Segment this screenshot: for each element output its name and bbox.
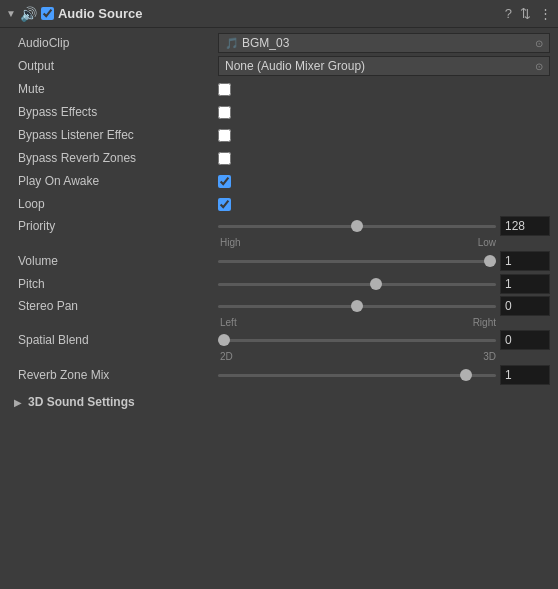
reverb-slider[interactable] <box>218 374 496 377</box>
pitch-input[interactable] <box>500 274 550 294</box>
stereo-pan-row: Stereo Pan Left Right <box>8 296 550 328</box>
priority-label: Priority <box>8 219 218 233</box>
music-icon: 🎵 <box>225 37 239 50</box>
volume-label: Volume <box>8 254 218 268</box>
stereo-pan-slider[interactable] <box>218 305 496 308</box>
audioclip-label: AudioClip <box>8 36 218 50</box>
volume-slider[interactable] <box>218 260 496 263</box>
pitch-row: Pitch <box>8 273 550 295</box>
stereo-right-label: Right <box>473 317 496 328</box>
pitch-label: Pitch <box>8 277 218 291</box>
spatial-3d-label: 3D <box>483 351 496 362</box>
pitch-slider[interactable] <box>218 283 496 286</box>
priority-row: Priority High Low <box>8 216 550 248</box>
priority-input[interactable] <box>500 216 550 236</box>
mute-value-area <box>218 83 550 96</box>
bypass-listener-row: Bypass Listener Effec <box>8 124 550 146</box>
component-enabled-checkbox[interactable] <box>41 7 54 20</box>
bypass-listener-label: Bypass Listener Effec <box>8 128 218 142</box>
volume-row: Volume <box>8 250 550 272</box>
priority-slider-area <box>218 216 550 236</box>
stereo-pan-input[interactable] <box>500 296 550 316</box>
loop-row: Loop <box>8 193 550 215</box>
bypass-listener-value-area <box>218 129 550 142</box>
reverb-input[interactable] <box>500 365 550 385</box>
header-icons: ? ⇅ ⋮ <box>505 6 552 21</box>
stereo-pan-slider-area <box>218 296 550 316</box>
spatial-blend-slider-area <box>218 330 550 350</box>
spatial-blend-slider[interactable] <box>218 339 496 342</box>
audioclip-value-text: BGM_03 <box>242 36 289 50</box>
play-on-awake-value-area <box>218 175 550 188</box>
settings-icon[interactable]: ⇅ <box>520 6 531 21</box>
spatial-blend-input[interactable] <box>500 330 550 350</box>
component-title: Audio Source <box>58 6 143 21</box>
component-icon: 🔊 <box>20 6 37 22</box>
collapse-arrow-icon[interactable]: ▼ <box>6 8 16 19</box>
audioclip-dropdown[interactable]: 🎵 BGM_03 ⊙ <box>218 33 550 53</box>
bypass-reverb-checkbox[interactable] <box>218 152 231 165</box>
bypass-reverb-label: Bypass Reverb Zones <box>8 151 218 165</box>
mute-label: Mute <box>8 82 218 96</box>
bypass-effects-row: Bypass Effects <box>8 101 550 123</box>
bypass-listener-checkbox[interactable] <box>218 129 231 142</box>
priority-slider[interactable] <box>218 225 496 228</box>
reverb-label: Reverb Zone Mix <box>8 368 218 382</box>
loop-value-area <box>218 198 550 211</box>
play-on-awake-checkbox[interactable] <box>218 175 231 188</box>
sound-settings-arrow-icon: ▶ <box>14 397 22 408</box>
spatial-2d-label: 2D <box>220 351 233 362</box>
spatial-blend-label: Spatial Blend <box>8 333 218 347</box>
loop-label: Loop <box>8 197 218 211</box>
priority-high-label: High <box>220 237 241 248</box>
play-on-awake-row: Play On Awake <box>8 170 550 192</box>
sound-settings-row[interactable]: ▶ 3D Sound Settings <box>8 390 550 414</box>
priority-low-label: Low <box>478 237 496 248</box>
bypass-effects-checkbox[interactable] <box>218 106 231 119</box>
reverb-row: Reverb Zone Mix <box>8 364 550 386</box>
play-on-awake-label: Play On Awake <box>8 174 218 188</box>
audio-source-panel: ▼ 🔊 Audio Source ? ⇅ ⋮ AudioClip 🎵 BGM_0… <box>0 0 558 422</box>
stereo-left-label: Left <box>220 317 237 328</box>
spatial-blend-row: Spatial Blend 2D 3D <box>8 330 550 362</box>
audioclip-row: AudioClip 🎵 BGM_03 ⊙ <box>8 32 550 54</box>
bypass-effects-label: Bypass Effects <box>8 105 218 119</box>
loop-checkbox[interactable] <box>218 198 231 211</box>
stereo-pan-label: Stereo Pan <box>8 299 218 313</box>
header-left: ▼ 🔊 Audio Source <box>6 6 505 22</box>
volume-input[interactable] <box>500 251 550 271</box>
component-content: AudioClip 🎵 BGM_03 ⊙ Output None (Audio … <box>0 28 558 422</box>
reverb-slider-area <box>218 365 550 385</box>
mute-checkbox[interactable] <box>218 83 231 96</box>
help-icon[interactable]: ? <box>505 6 512 21</box>
bypass-reverb-row: Bypass Reverb Zones <box>8 147 550 169</box>
output-value-text: None (Audio Mixer Group) <box>225 59 365 73</box>
mute-row: Mute <box>8 78 550 100</box>
audioclip-value-area: 🎵 BGM_03 ⊙ <box>218 33 550 53</box>
output-label: Output <box>8 59 218 73</box>
menu-icon[interactable]: ⋮ <box>539 6 552 21</box>
output-row: Output None (Audio Mixer Group) ⊙ <box>8 55 550 77</box>
audioclip-dropdown-arrow: ⊙ <box>535 38 543 49</box>
output-value-area: None (Audio Mixer Group) ⊙ <box>218 56 550 76</box>
bypass-effects-value-area <box>218 106 550 119</box>
bypass-reverb-value-area <box>218 152 550 165</box>
pitch-slider-area <box>218 274 550 294</box>
sound-settings-label: 3D Sound Settings <box>28 395 135 409</box>
component-header: ▼ 🔊 Audio Source ? ⇅ ⋮ <box>0 0 558 28</box>
output-dropdown-arrow: ⊙ <box>535 61 543 72</box>
volume-slider-area <box>218 251 550 271</box>
output-dropdown[interactable]: None (Audio Mixer Group) ⊙ <box>218 56 550 76</box>
